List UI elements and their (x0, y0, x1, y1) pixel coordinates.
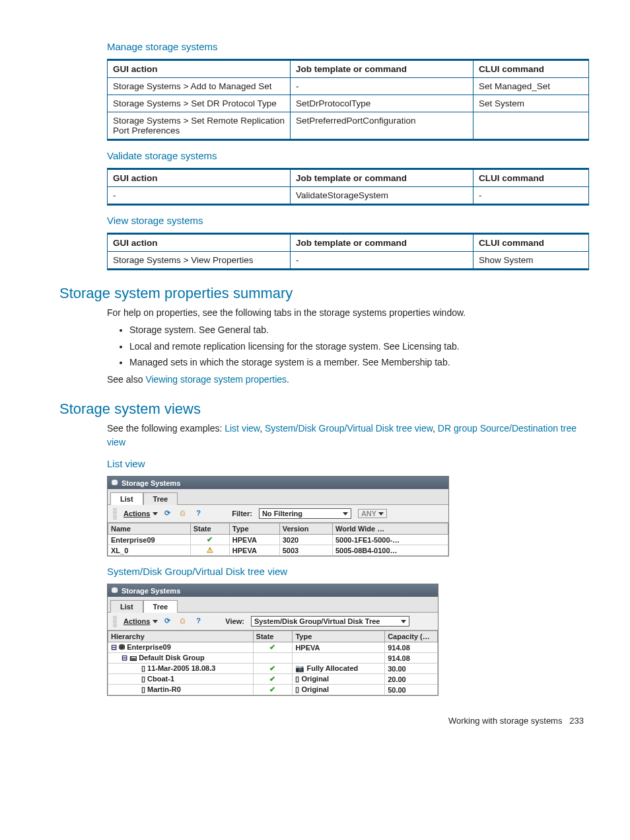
print-icon[interactable]: ⎙ (180, 617, 190, 626)
props-see-also: See also Viewing storage system properti… (107, 373, 584, 386)
tab-tree[interactable]: Tree (143, 600, 178, 613)
table-manage: GUI action Job template or command CLUI … (107, 59, 589, 141)
warning-icon: ⚠ (207, 546, 213, 554)
snapshot-icon: 📷 (295, 664, 304, 672)
list-item: Managed sets in which the storage system… (129, 356, 584, 369)
section-manage-title: Manage storage systems (107, 41, 584, 52)
toolbar-grip (113, 615, 117, 627)
views-intro: See the following examples: List view, S… (107, 422, 584, 449)
print-icon[interactable]: ⎙ (180, 509, 190, 518)
table-row[interactable]: XL_0 ⚠ HPEVA 5003 5005-08B4-0100… (108, 545, 448, 556)
window-title: Storage Systems (122, 587, 180, 595)
screenshot-tree-view: ⛃ Storage Systems List Tree Actions ⟳ ⎙ … (107, 584, 438, 696)
any-button[interactable]: ANY (358, 509, 387, 518)
tab-list[interactable]: List (110, 600, 143, 613)
vdisk-icon: ▯ (295, 675, 299, 683)
vdisk-icon: ▯ (141, 664, 145, 672)
actions-menu[interactable]: Actions (123, 617, 158, 625)
vdisk-icon: ▯ (295, 685, 299, 693)
vdisk-icon: ▯ (141, 685, 145, 693)
ok-icon: ✔ (269, 664, 275, 672)
ok-icon: ✔ (269, 675, 275, 683)
table-row[interactable]: ⊟ ⛃ Enterprise09 ✔ HPEVA 914.08 (108, 642, 438, 653)
screenshot-list-view: ⛃ Storage Systems List Tree Actions ⟳ ⎙ … (107, 476, 449, 556)
refresh-icon[interactable]: ⟳ (164, 617, 174, 626)
window-titlebar: ⛃ Storage Systems (108, 477, 448, 489)
table-row: Storage Systems > View Properties-Show S… (108, 252, 589, 270)
filter-label: Filter: (232, 510, 252, 517)
toolbar-grip (113, 508, 117, 519)
table-row: Storage Systems > Set DR Protocol TypeSe… (108, 95, 589, 112)
help-icon[interactable]: ? (196, 617, 205, 626)
col-capacity[interactable]: Capacity (… (385, 631, 438, 642)
col-ww[interactable]: World Wide … (332, 523, 448, 535)
window-titlebar: ⛃ Storage Systems (108, 584, 438, 597)
col-state[interactable]: State (190, 523, 229, 535)
section-props-summary-title: Storage system properties summary (59, 285, 584, 302)
props-bullets: Storage system. See General tab. Local a… (119, 323, 584, 369)
help-icon[interactable]: ? (196, 509, 205, 518)
col-name[interactable]: Name (108, 523, 191, 535)
listview-heading: List view (107, 458, 584, 469)
tab-list[interactable]: List (110, 492, 143, 505)
app-icon: ⛃ (112, 478, 118, 487)
window-title: Storage Systems (122, 479, 180, 487)
col-version[interactable]: Version (279, 523, 332, 535)
page-footer: Working with storage systems 233 (59, 716, 584, 726)
section-views-title: Storage system views (59, 401, 584, 418)
refresh-icon[interactable]: ⟳ (164, 509, 174, 518)
filter-combo[interactable]: No Filtering (259, 508, 351, 519)
col-gui: GUI action (108, 60, 291, 78)
chevron-down-icon (343, 512, 348, 515)
list-grid: Name State Type Version World Wide … Ent… (108, 523, 448, 556)
table-validate: GUI action Job template or command CLUI … (107, 168, 589, 206)
chevron-down-icon (153, 512, 158, 515)
list-item: Local and remote replication licensing f… (129, 340, 584, 353)
chevron-down-icon (401, 620, 406, 623)
view-label: View: (225, 617, 244, 625)
table-row[interactable]: Enterprise09 ✔ HPEVA 3020 5000-1FE1-5000… (108, 535, 448, 545)
table-row: -ValidateStorageSystem- (108, 187, 589, 205)
table-row: Storage Systems > Add to Managed Set-Set… (108, 78, 589, 95)
col-type[interactable]: Type (293, 631, 385, 642)
chevron-down-icon (153, 620, 158, 623)
col-hierarchy[interactable]: Hierarchy (108, 631, 254, 642)
app-icon: ⛃ (112, 586, 118, 595)
tree-toggle-icon[interactable]: ⊟ (111, 643, 117, 651)
table-row: Storage Systems > Set Remote Replication… (108, 112, 589, 140)
col-type[interactable]: Type (229, 523, 279, 535)
view-combo[interactable]: System/Disk Group/Virtual Disk Tree (251, 616, 409, 627)
diskgroup-icon: 🖴 (129, 654, 137, 662)
section-view-title: View storage systems (107, 215, 584, 226)
link-view-props[interactable]: Viewing storage system properties (145, 374, 287, 385)
props-intro: For help on properties, see the followin… (107, 306, 584, 319)
chevron-down-icon (378, 512, 384, 515)
tab-tree[interactable]: Tree (143, 492, 178, 505)
col-job: Job template or command (291, 60, 473, 78)
actions-menu[interactable]: Actions (123, 510, 158, 517)
ok-icon: ✔ (269, 685, 275, 693)
link-tree-view[interactable]: System/Disk Group/Virtual Disk tree view (265, 423, 433, 434)
table-row[interactable]: ▯ 11-Mar-2005 18.08.3 ✔ 📷 Fully Allocate… (108, 664, 438, 674)
treeview-heading: System/Disk Group/Virtual Disk tree view (107, 566, 584, 577)
ok-icon: ✔ (207, 535, 213, 543)
storage-icon: ⛃ (119, 643, 125, 651)
col-state[interactable]: State (253, 631, 293, 642)
section-validate-title: Validate storage systems (107, 150, 584, 161)
table-row[interactable]: ▯ Martin-R0 ✔ ▯ Original 50.00 (108, 685, 438, 695)
page-number: 233 (569, 716, 584, 726)
table-row[interactable]: ⊟ 🖴 Default Disk Group 914.08 (108, 653, 438, 664)
tree-toggle-icon[interactable]: ⊟ (122, 654, 127, 662)
col-clui: CLUI command (473, 60, 589, 78)
link-list-view[interactable]: List view (225, 423, 260, 434)
vdisk-icon: ▯ (141, 675, 145, 683)
table-view: GUI action Job template or command CLUI … (107, 233, 589, 270)
list-item: Storage system. See General tab. (129, 323, 584, 336)
ok-icon: ✔ (269, 643, 275, 651)
tree-grid: Hierarchy State Type Capacity (… ⊟ ⛃ Ent… (108, 630, 438, 695)
table-row[interactable]: ▯ Cboat-1 ✔ ▯ Original 20.00 (108, 674, 438, 685)
